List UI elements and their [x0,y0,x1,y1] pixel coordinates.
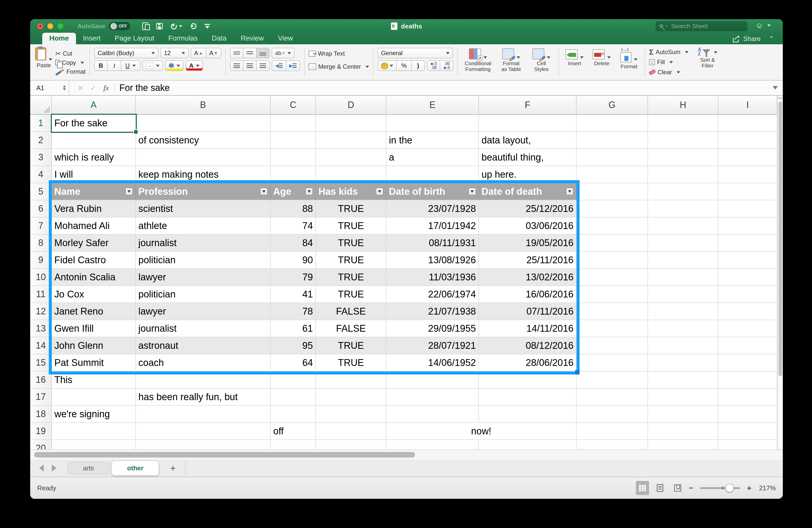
italic-button[interactable]: I [108,60,121,71]
cell-G11[interactable] [577,286,648,303]
save-button[interactable] [156,23,163,29]
cell-I20[interactable] [719,440,777,449]
fill-button[interactable]: Fill [649,58,688,67]
column-header-G[interactable]: G [577,96,648,115]
font-size-select[interactable]: 12 [160,48,189,58]
cell-D8[interactable]: TRUE [316,234,386,252]
tab-home[interactable]: Home [42,33,76,44]
cell-E2[interactable]: in the [386,132,479,149]
cell-C2[interactable] [271,132,316,149]
sheet-tab-other[interactable]: other [112,460,159,476]
orientation-button[interactable]: ab↗ [272,48,295,58]
cell-F3[interactable]: beautiful thing, [479,149,577,166]
cell-E4[interactable] [386,166,479,183]
cell-D18[interactable] [316,406,386,423]
align-right-button[interactable] [257,60,270,71]
row-header-8[interactable]: 8 [30,234,52,252]
column-header-F[interactable]: F [479,96,577,115]
clear-button[interactable]: Clear [649,68,688,76]
cell-G16[interactable] [577,371,648,388]
undo-button[interactable] [171,23,183,29]
cell-E19[interactable]: now! [386,423,577,440]
cell-D2[interactable] [316,132,386,149]
row-header-6[interactable]: 6 [30,200,52,217]
cell-F7[interactable]: 03/06/2016 [479,217,577,234]
cell-G4[interactable] [577,166,648,183]
split-handle[interactable] [778,97,782,99]
format-painter-button[interactable]: Format [55,68,86,76]
fill-caret[interactable] [669,61,673,63]
cell-B15[interactable]: coach [136,354,271,371]
cell-I14[interactable] [719,337,777,354]
cell-A2[interactable] [52,132,136,149]
cell-E16[interactable] [386,371,479,388]
row-header-11[interactable]: 11 [30,286,52,303]
currency-caret[interactable] [390,65,393,67]
cell-F10[interactable]: 13/02/2016 [479,269,577,286]
cell-I12[interactable] [719,303,777,320]
underline-button[interactable]: U [121,60,140,71]
cell-A11[interactable]: Jo Cox [52,286,136,303]
row-header-15[interactable]: 15 [30,354,52,371]
row-header-17[interactable]: 17 [30,388,52,406]
cell-I2[interactable] [719,132,777,149]
cell-H13[interactable] [648,320,719,337]
cancel-entry-icon[interactable]: ✕ [77,84,83,92]
cell-E12[interactable]: 21/07/1938 [386,303,479,320]
cell-C6[interactable]: 88 [271,200,316,217]
cell-C8[interactable]: 84 [271,234,316,252]
increase-indent-button[interactable]: ▶ [286,60,300,71]
cell-C18[interactable] [271,406,316,423]
cell-E11[interactable]: 22/06/1974 [386,286,479,303]
cell-B3[interactable] [136,149,271,166]
merge-center-caret[interactable] [365,66,369,68]
percent-button[interactable]: % [397,60,412,71]
cell-E13[interactable]: 29/09/1955 [386,320,479,337]
cell-styles-button[interactable]: CellStyles [528,48,554,79]
cell-H1[interactable] [648,115,719,132]
column-header-H[interactable]: H [648,96,719,115]
row-header-12[interactable]: 12 [30,303,52,320]
cell-F17[interactable] [479,388,577,406]
zoom-out-button[interactable]: − [689,483,694,493]
cell-I1[interactable] [719,115,777,132]
cell-D10[interactable]: TRUE [316,269,386,286]
cell-H3[interactable] [648,149,719,166]
next-sheet-arrow[interactable] [52,465,56,472]
cell-D16[interactable] [316,371,386,388]
tab-view[interactable]: View [271,33,300,44]
cell-C11[interactable]: 41 [271,286,316,303]
decrease-decimal-button[interactable]: .00◆.0 [440,60,453,71]
cell-A3[interactable]: which is really [52,149,136,166]
cell-G6[interactable] [577,200,648,217]
cut-button[interactable]: ✂Cut [55,49,86,58]
increase-font-button[interactable]: A▲ [191,48,206,58]
cell-I3[interactable] [719,149,777,166]
cell-G1[interactable] [577,115,648,132]
cell-F8[interactable]: 19/05/2016 [479,234,577,252]
autosave-toggle[interactable]: OFF [109,22,130,30]
cell-B13[interactable]: journalist [136,320,271,337]
cell-I18[interactable] [719,406,777,423]
fill-color-caret[interactable] [177,65,180,67]
cell-B12[interactable]: lawyer [136,303,271,320]
tab-insert[interactable]: Insert [76,33,108,44]
row-header-5[interactable]: 5 [30,183,52,200]
cell-D20[interactable] [316,440,386,449]
row-header-19[interactable]: 19 [30,423,52,440]
cell-H17[interactable] [648,388,719,406]
cell-B4[interactable]: keep making notes [136,166,271,183]
cell-E8[interactable]: 08/11/1931 [386,234,479,252]
cell-A7[interactable]: Mohamed Ali [52,217,136,234]
cell-F20[interactable] [479,440,577,449]
cell-G19[interactable] [577,423,648,440]
cell-G17[interactable] [577,388,648,406]
decrease-font-button[interactable]: A▼ [206,48,221,58]
cell-G20[interactable] [577,440,648,449]
align-bottom-button[interactable] [257,48,270,58]
row-header-1[interactable]: 1 [30,115,52,132]
fullscreen-button[interactable] [57,23,63,29]
confirm-entry-icon[interactable]: ✓ [90,84,96,92]
align-center-button[interactable] [244,60,257,71]
cell-I11[interactable] [719,286,777,303]
